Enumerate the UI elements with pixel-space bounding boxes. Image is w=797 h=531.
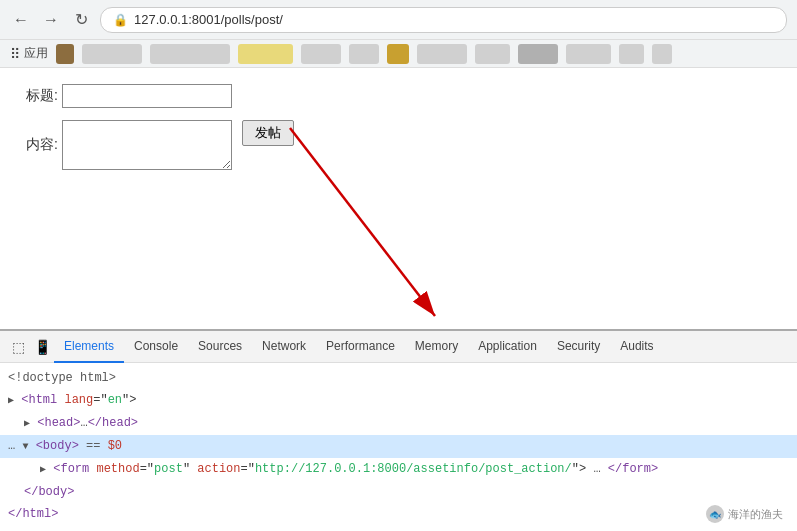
title-input[interactable] bbox=[62, 84, 232, 108]
tab-memory[interactable]: Memory bbox=[405, 331, 468, 363]
bookmark-10[interactable] bbox=[566, 44, 611, 64]
tab-console[interactable]: Console bbox=[124, 331, 188, 363]
watermark-icon: 🐟 bbox=[706, 505, 724, 523]
watermark-text: 海洋的渔夫 bbox=[728, 507, 783, 522]
watermark: 🐟 海洋的渔夫 bbox=[706, 505, 783, 523]
bookmark-12[interactable] bbox=[652, 44, 672, 64]
content-textarea[interactable] bbox=[62, 120, 232, 170]
bookmark-8[interactable] bbox=[475, 44, 510, 64]
bookmarks-bar: ⠿ 应用 bbox=[0, 40, 797, 68]
html-line-body-close: </body> bbox=[0, 481, 797, 503]
bookmark-4[interactable] bbox=[301, 44, 341, 64]
red-arrow bbox=[0, 68, 797, 363]
devtools-toolbar: ⬚ 📱 Elements Console Sources Network Per… bbox=[0, 331, 797, 363]
device-icon[interactable]: 📱 bbox=[30, 335, 54, 359]
apps-button[interactable]: ⠿ 应用 bbox=[10, 45, 48, 62]
title-row: 标题: bbox=[20, 84, 777, 108]
refresh-button[interactable]: ↻ bbox=[70, 9, 92, 31]
apps-label: 应用 bbox=[24, 45, 48, 62]
devtools-panel: ⬚ 📱 Elements Console Sources Network Per… bbox=[0, 329, 797, 531]
tab-security[interactable]: Security bbox=[547, 331, 610, 363]
html-line-html: ▶ <html lang="en"> bbox=[0, 389, 797, 412]
bookmark-3[interactable] bbox=[238, 44, 293, 64]
bookmark-folder[interactable] bbox=[56, 44, 74, 64]
bookmark-5[interactable] bbox=[349, 44, 379, 64]
tab-application[interactable]: Application bbox=[468, 331, 547, 363]
bookmark-6[interactable] bbox=[387, 44, 409, 64]
back-button[interactable]: ← bbox=[10, 9, 32, 31]
tab-audits[interactable]: Audits bbox=[610, 331, 663, 363]
inspect-icon[interactable]: ⬚ bbox=[6, 335, 30, 359]
bookmark-9[interactable] bbox=[518, 44, 558, 64]
html-line-doctype: <!doctype html> bbox=[0, 367, 797, 389]
content-row: 内容: 发帖 bbox=[20, 120, 777, 170]
html-line-form: ▶ <form method="post" action="http://127… bbox=[0, 458, 797, 481]
apps-grid-icon: ⠿ bbox=[10, 46, 20, 62]
forward-button[interactable]: → bbox=[40, 9, 62, 31]
html-line-html-close: </html> bbox=[0, 503, 797, 525]
url-text: 127.0.0.1:8001/polls/post/ bbox=[134, 12, 283, 27]
html-line-body[interactable]: … ▼ <body> == $0 bbox=[0, 435, 797, 458]
tab-elements[interactable]: Elements bbox=[54, 331, 124, 363]
bookmark-11[interactable] bbox=[619, 44, 644, 64]
content-label: 内容: bbox=[20, 136, 58, 154]
devtools-content: <!doctype html> ▶ <html lang="en"> ▶ <he… bbox=[0, 363, 797, 529]
browser-toolbar: ← → ↻ 🔒 127.0.0.1:8001/polls/post/ bbox=[0, 0, 797, 40]
address-bar[interactable]: 🔒 127.0.0.1:8001/polls/post/ bbox=[100, 7, 787, 33]
tab-network[interactable]: Network bbox=[252, 331, 316, 363]
page-content: 标题: 内容: 发帖 bbox=[0, 68, 797, 363]
submit-button[interactable]: 发帖 bbox=[242, 120, 294, 146]
bookmark-2[interactable] bbox=[150, 44, 230, 64]
lock-icon: 🔒 bbox=[113, 13, 128, 27]
tab-sources[interactable]: Sources bbox=[188, 331, 252, 363]
tab-performance[interactable]: Performance bbox=[316, 331, 405, 363]
html-line-head: ▶ <head>…</head> bbox=[0, 412, 797, 435]
title-label: 标题: bbox=[20, 87, 58, 105]
bookmark-1[interactable] bbox=[82, 44, 142, 64]
bookmark-7[interactable] bbox=[417, 44, 467, 64]
